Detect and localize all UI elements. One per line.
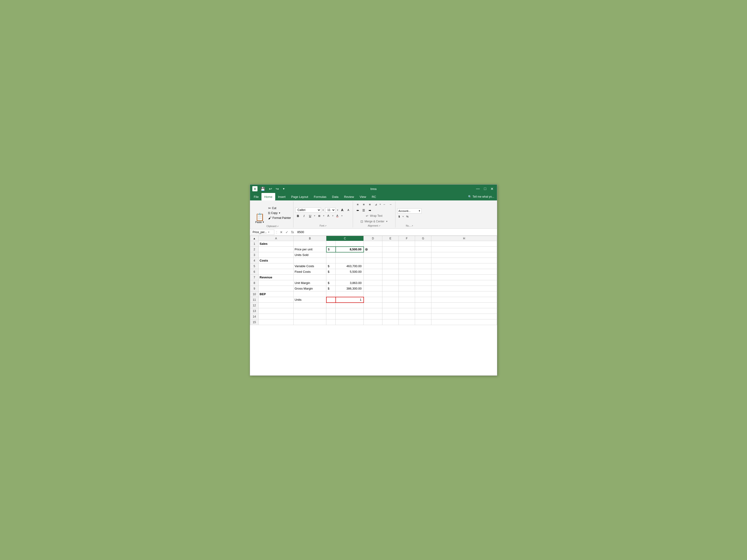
cell-C8-dollar[interactable]: $: [326, 280, 336, 286]
font-color-button[interactable]: A: [335, 213, 340, 218]
tell-me-box[interactable]: 🔍 Tell me what yo...: [468, 193, 496, 201]
cell-H4[interactable]: [431, 258, 497, 263]
cell-G9[interactable]: [415, 286, 431, 291]
align-top-button[interactable]: ≡: [355, 202, 360, 207]
align-middle-button[interactable]: ≡: [361, 202, 366, 207]
cell-A15[interactable]: [259, 319, 294, 325]
cell-C11-dollar[interactable]: [326, 297, 336, 303]
cell-A6[interactable]: [259, 269, 294, 275]
cell-B4[interactable]: [294, 258, 326, 263]
cell-A4[interactable]: Costs: [259, 258, 294, 263]
italic-button[interactable]: I: [301, 213, 307, 218]
menu-rc[interactable]: RC: [369, 193, 379, 201]
cell-C5[interactable]: 463,700.00: [336, 263, 364, 269]
cell-B13[interactable]: [294, 308, 326, 314]
col-header-F[interactable]: F: [399, 236, 415, 241]
cell-E13[interactable]: [382, 308, 399, 314]
cell-B1[interactable]: [294, 241, 326, 247]
cell-C10[interactable]: [336, 291, 364, 297]
cell-H3[interactable]: [431, 252, 497, 258]
cell-A11[interactable]: [259, 297, 294, 303]
col-header-E[interactable]: E: [382, 236, 399, 241]
cell-D6[interactable]: [364, 269, 382, 275]
cell-D11[interactable]: [364, 297, 382, 303]
cell-B15[interactable]: [294, 319, 326, 325]
col-header-B[interactable]: B: [294, 236, 326, 241]
cell-D14[interactable]: [364, 314, 382, 319]
cell-A1[interactable]: Sales: [259, 241, 294, 247]
indent-increase-button[interactable]: →: [388, 202, 393, 207]
cell-E12[interactable]: [382, 303, 399, 308]
cell-A12[interactable]: [259, 303, 294, 308]
align-bottom-button[interactable]: ≡: [367, 202, 372, 207]
cell-F6[interactable]: [399, 269, 415, 275]
cell-H11[interactable]: [431, 297, 497, 303]
cell-C13[interactable]: [336, 308, 364, 314]
cell-H14[interactable]: [431, 314, 497, 319]
cell-D8[interactable]: [364, 280, 382, 286]
cell-E2[interactable]: [382, 247, 399, 252]
number-format-dropdown[interactable]: Accounti... ▼: [397, 208, 421, 213]
cell-F8[interactable]: [399, 280, 415, 286]
cell-E5[interactable]: [382, 263, 399, 269]
cell-C9[interactable]: 386,300.00: [336, 286, 364, 291]
cell-G6[interactable]: [415, 269, 431, 275]
cell-C12-dollar[interactable]: [326, 303, 336, 308]
cell-G10[interactable]: [415, 291, 431, 297]
cell-G14[interactable]: [415, 314, 431, 319]
cell-B2[interactable]: Price per unit: [294, 247, 326, 252]
cell-B9[interactable]: Gross Margin: [294, 286, 326, 291]
menu-file[interactable]: File: [251, 193, 261, 201]
cell-H2[interactable]: [431, 247, 497, 252]
cell-B11[interactable]: Units: [294, 297, 326, 303]
cell-E11[interactable]: [382, 297, 399, 303]
increase-font-button[interactable]: A: [340, 208, 345, 213]
cell-E6[interactable]: [382, 269, 399, 275]
fx-button[interactable]: fx: [290, 230, 295, 235]
cell-B8[interactable]: Unit Margin: [294, 280, 326, 286]
cell-A9[interactable]: [259, 286, 294, 291]
cell-C4-dollar[interactable]: [326, 258, 336, 263]
cell-C15[interactable]: [336, 319, 364, 325]
cell-G8[interactable]: [415, 280, 431, 286]
cell-C7[interactable]: [336, 275, 364, 280]
fill-color-button[interactable]: A: [326, 213, 331, 218]
cell-D4[interactable]: [364, 258, 382, 263]
col-header-D[interactable]: D: [364, 236, 382, 241]
wrap-text-button[interactable]: ↵ Wrap Text: [364, 213, 384, 218]
cell-F15[interactable]: [399, 319, 415, 325]
indent-decrease-button[interactable]: ←: [382, 202, 387, 207]
cell-D3[interactable]: [364, 252, 382, 258]
font-size-select[interactable]: 11: [325, 208, 335, 213]
cell-B14[interactable]: [294, 314, 326, 319]
cell-E15[interactable]: [382, 319, 399, 325]
cell-H15[interactable]: [431, 319, 497, 325]
menu-page-layout[interactable]: Page Layout: [288, 193, 311, 201]
percent-button[interactable]: %: [405, 215, 410, 218]
align-right-button[interactable]: ➡: [367, 208, 372, 213]
cell-D7[interactable]: [364, 275, 382, 280]
cell-A14[interactable]: [259, 314, 294, 319]
cell-F2[interactable]: [399, 247, 415, 252]
cell-C2-dollar[interactable]: $: [326, 247, 336, 252]
cell-B5[interactable]: Variable Costs: [294, 263, 326, 269]
cell-G1[interactable]: [415, 241, 431, 247]
cell-G11[interactable]: [415, 297, 431, 303]
col-header-H[interactable]: H: [431, 236, 497, 241]
menu-review[interactable]: Review: [341, 193, 357, 201]
cell-E4[interactable]: [382, 258, 399, 263]
cell-C1-dollar[interactable]: [326, 241, 336, 247]
cell-A5[interactable]: [259, 263, 294, 269]
cell-D9[interactable]: [364, 286, 382, 291]
cell-G15[interactable]: [415, 319, 431, 325]
cell-H12[interactable]: [431, 303, 497, 308]
cell-G12[interactable]: [415, 303, 431, 308]
cell-C3[interactable]: [336, 252, 364, 258]
cell-G3[interactable]: [415, 252, 431, 258]
cell-F7[interactable]: [399, 275, 415, 280]
save-button[interactable]: 💾: [259, 186, 266, 192]
close-button[interactable]: ✕: [489, 186, 495, 192]
cell-C12[interactable]: [336, 303, 364, 308]
cell-F3[interactable]: [399, 252, 415, 258]
cell-F5[interactable]: [399, 263, 415, 269]
